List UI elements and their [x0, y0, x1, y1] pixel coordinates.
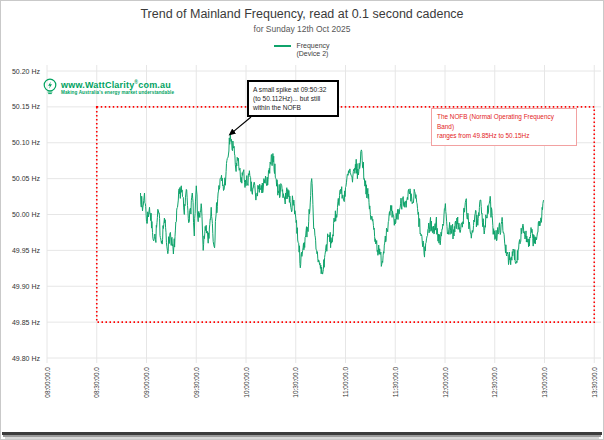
y-axis-label: 49.80 Hz: [12, 355, 41, 362]
x-axis-label: 11:00:00.0: [342, 367, 349, 398]
spike-annotation-line: A small spike at 09:50:32: [253, 85, 333, 94]
y-axis-label: 49.95 Hz: [12, 247, 41, 254]
frequency-series-line: [141, 134, 544, 274]
spike-annotation-arrow: [233, 117, 251, 132]
y-axis-label: 50.00 Hz: [12, 211, 41, 218]
x-axis-label: 12:00:00.0: [442, 367, 449, 398]
x-axis-label: 11:30:00.0: [392, 367, 399, 398]
x-axis-label: 13:00:00.0: [541, 367, 548, 398]
y-axis-label: 49.85 Hz: [12, 319, 41, 326]
logo-site-text: www.WattClarity®com.au: [61, 78, 174, 90]
chart-card: Trend of Mainland Frequency, read at 0.1…: [0, 0, 604, 440]
y-axis-label: 50.15 Hz: [12, 103, 41, 110]
x-axis-label: 08:00:00.0: [44, 367, 51, 398]
x-axis-label: 09:30:00.0: [193, 367, 200, 398]
x-axis-label: 08:30:00.0: [93, 367, 100, 398]
nofb-annotation: The NOFB (Normal Operating Frequency Ban…: [431, 108, 577, 146]
x-axis-label: 10:30:00.0: [292, 367, 299, 398]
x-axis-label: 09:00:00.0: [143, 367, 150, 398]
y-axis-label: 50.10 Hz: [12, 139, 41, 146]
wattclarity-logo: www.WattClarity®com.au Making Australia'…: [43, 78, 174, 96]
spike-annotation-line: within the NOFB: [253, 103, 333, 112]
x-axis-label: 12:30:00.0: [491, 367, 498, 398]
x-axis-label: 13:30:00.0: [591, 367, 598, 398]
nofb-annotation-line: ranges from 49.85Hz to 50.15Hz: [437, 131, 572, 141]
y-axis-label: 49.90 Hz: [12, 283, 41, 290]
spike-annotation: A small spike at 09:50:32 (to 50.112Hz).…: [247, 80, 339, 117]
frequency-chart-plot: 50.20 Hz50.15 Hz50.10 Hz50.05 Hz50.00 Hz…: [1, 1, 604, 440]
y-axis-label: 50.20 Hz: [12, 68, 41, 75]
y-axis-label: 50.05 Hz: [12, 175, 41, 182]
window-bottom-edge-shadow-light: [5, 437, 599, 439]
logo-tagline: Making Australia's energy market underst…: [61, 90, 174, 96]
x-axis-label: 10:00:00.0: [243, 367, 250, 398]
spike-annotation-line: (to 50.112Hz)... but still: [253, 94, 333, 103]
nofb-annotation-line: The NOFB (Normal Operating Frequency Ban…: [437, 112, 572, 131]
lightbulb-bolt-icon: [43, 78, 57, 95]
